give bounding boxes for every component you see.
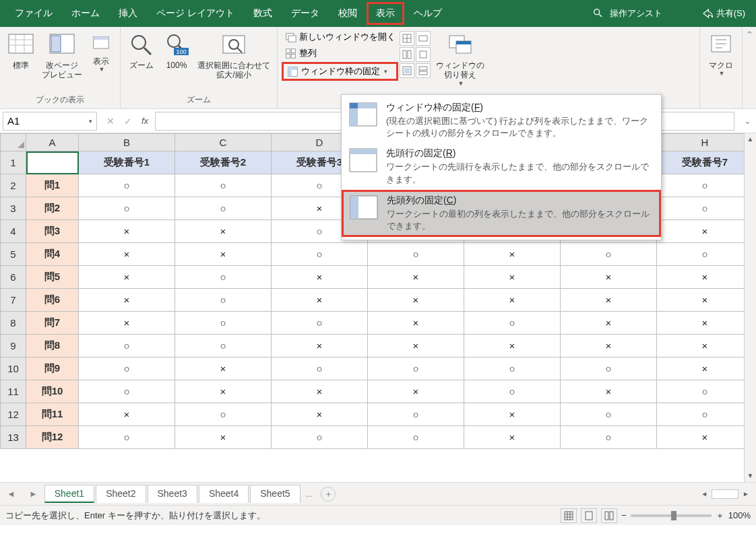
cell[interactable]: ○: [561, 243, 657, 266]
cell[interactable]: ×: [561, 266, 657, 289]
cell[interactable]: ×: [175, 426, 272, 449]
scroll-right-icon[interactable]: ►: [740, 490, 752, 498]
cell[interactable]: ○: [175, 335, 272, 357]
name-box[interactable]: A1 ▾: [3, 112, 97, 131]
cell[interactable]: ×: [657, 426, 753, 449]
cell[interactable]: 問8: [26, 335, 79, 357]
cell[interactable]: 問4: [26, 243, 79, 266]
cell[interactable]: ×: [657, 266, 753, 289]
share-button[interactable]: 共有(S): [696, 5, 751, 22]
sheet-tab[interactable]: Sheet2: [96, 485, 146, 503]
cell[interactable]: ○: [657, 174, 753, 197]
select-all-corner[interactable]: [1, 134, 26, 151]
col-header[interactable]: B: [79, 134, 175, 151]
cell[interactable]: ○: [79, 426, 175, 449]
cell[interactable]: ○: [272, 243, 368, 266]
freeze-menu-item-2[interactable]: 先頭列の固定(C)ワークシートの最初の列を表示したままで、他の部分をスクロールで…: [342, 190, 661, 237]
sheet-tab[interactable]: Sheet1: [44, 485, 94, 503]
hide-button[interactable]: [416, 31, 431, 46]
cell[interactable]: ○: [368, 426, 464, 449]
tab-nav-prev[interactable]: ◄: [0, 489, 22, 499]
cell[interactable]: ○: [79, 335, 175, 357]
row-header[interactable]: 13: [1, 426, 26, 449]
cell[interactable]: ○: [272, 426, 368, 449]
menu-item-2[interactable]: 挿入: [109, 2, 147, 25]
cell[interactable]: ×: [464, 335, 561, 357]
cell[interactable]: ×: [368, 380, 464, 403]
row-header[interactable]: 7: [1, 289, 26, 312]
cell[interactable]: 問3: [26, 220, 79, 243]
cancel-icon[interactable]: ✕: [104, 116, 117, 127]
zoom-slider[interactable]: − ＋: [621, 510, 724, 522]
split-button[interactable]: [400, 31, 414, 46]
cell[interactable]: ×: [657, 335, 753, 357]
cell[interactable]: ×: [657, 289, 753, 312]
cell[interactable]: ○: [272, 312, 368, 335]
zoom-out-button[interactable]: −: [621, 510, 627, 520]
cell[interactable]: ×: [272, 335, 368, 357]
sync-scroll-button[interactable]: [416, 47, 431, 62]
cell[interactable]: ×: [79, 266, 175, 289]
menu-item-8[interactable]: ヘルプ: [404, 2, 451, 25]
enter-icon[interactable]: ✓: [121, 116, 135, 127]
cell[interactable]: ×: [368, 312, 464, 335]
cell[interactable]: ○: [79, 380, 175, 403]
unhide-button[interactable]: [416, 63, 431, 78]
assist-label[interactable]: 操作アシスト: [610, 7, 662, 20]
scroll-down-icon[interactable]: ▼: [745, 470, 756, 482]
row-header[interactable]: 5: [1, 243, 26, 266]
row-header[interactable]: 10: [1, 357, 26, 380]
sheet-tab[interactable]: Sheet4: [199, 485, 249, 503]
scroll-up-icon[interactable]: ▲: [745, 133, 756, 145]
cell[interactable]: 問10: [26, 380, 79, 403]
cell[interactable]: ×: [272, 266, 368, 289]
cell[interactable]: ×: [79, 289, 175, 312]
cell[interactable]: ○: [561, 357, 657, 380]
cell[interactable]: ×: [561, 289, 657, 312]
pagebreak-preview-button[interactable]: 改ページ プレビュー: [39, 30, 85, 81]
cell[interactable]: ×: [561, 380, 657, 403]
cell[interactable]: ×: [464, 266, 561, 289]
cell[interactable]: 問9: [26, 357, 79, 380]
cell[interactable]: 受験番号7: [657, 151, 753, 174]
view-side-button[interactable]: [400, 47, 414, 62]
tab-nav-next[interactable]: ►: [22, 489, 44, 499]
cell[interactable]: ×: [175, 380, 272, 403]
cell[interactable]: ○: [175, 174, 272, 197]
col-header[interactable]: A: [26, 134, 79, 151]
cell[interactable]: ×: [79, 312, 175, 335]
cell[interactable]: ×: [175, 243, 272, 266]
switch-windows-button[interactable]: ウィンドウの 切り替え ▼: [433, 30, 487, 88]
cell[interactable]: ×: [464, 289, 561, 312]
col-header[interactable]: H: [657, 134, 753, 151]
cell[interactable]: ×: [368, 335, 464, 357]
cell[interactable]: ×: [464, 243, 561, 266]
normal-view-icon[interactable]: [561, 508, 577, 523]
cell[interactable]: ○: [464, 357, 561, 380]
custom-views-button[interactable]: 表示 ▼: [86, 30, 116, 74]
row-header[interactable]: 9: [1, 335, 26, 357]
menu-item-6[interactable]: 校閲: [329, 2, 367, 25]
cell[interactable]: ×: [175, 357, 272, 380]
cell[interactable]: ○: [79, 357, 175, 380]
row-header[interactable]: 4: [1, 220, 26, 243]
cell[interactable]: ×: [657, 312, 753, 335]
sheet-tabs-more[interactable]: ...: [302, 489, 317, 499]
cell[interactable]: ×: [561, 335, 657, 357]
row-header[interactable]: 3: [1, 197, 26, 220]
cell[interactable]: ×: [657, 220, 753, 243]
cell[interactable]: ×: [657, 357, 753, 380]
freeze-panes-button[interactable]: ウィンドウ枠の固定 ▾: [282, 62, 398, 81]
cell[interactable]: ○: [561, 403, 657, 426]
cell[interactable]: 問2: [26, 197, 79, 220]
cell[interactable]: ×: [175, 220, 272, 243]
cell[interactable]: ×: [368, 289, 464, 312]
new-window-button[interactable]: 新しいウィンドウを開く: [282, 30, 398, 44]
cell[interactable]: 問5: [26, 266, 79, 289]
row-header[interactable]: 2: [1, 174, 26, 197]
cell[interactable]: ○: [175, 289, 272, 312]
menu-item-1[interactable]: ホーム: [62, 2, 109, 25]
cell[interactable]: ○: [175, 312, 272, 335]
cell[interactable]: ○: [657, 403, 753, 426]
cell[interactable]: 問6: [26, 289, 79, 312]
